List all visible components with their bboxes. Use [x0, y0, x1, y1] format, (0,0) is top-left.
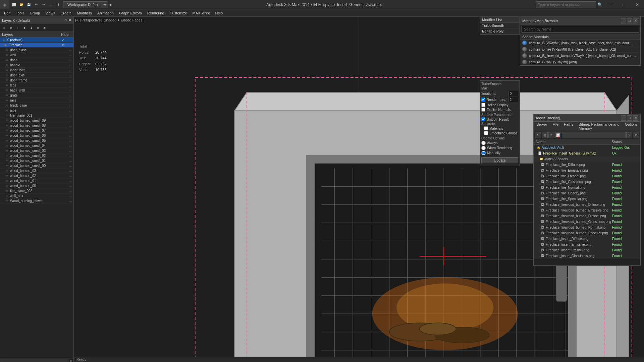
- smooth-result-checkbox[interactable]: [481, 117, 485, 121]
- layer-item[interactable]: ○ fire_plane_002 …: [0, 188, 73, 193]
- layer-tool-move-down[interactable]: ⬇: [28, 25, 34, 31]
- modifier-item[interactable]: TurboSmooth: [480, 23, 520, 28]
- layer-tool-add[interactable]: +: [15, 25, 21, 31]
- layer-list[interactable]: ⊞ 0 (default) ✓ ▶ Fireplace □ ○ door_gla…: [0, 38, 73, 359]
- materials-checkbox[interactable]: [484, 126, 488, 130]
- layer-item[interactable]: ○ Wood_burning_stove …: [0, 198, 73, 203]
- layer-item[interactable]: ○ door_glass …: [0, 48, 73, 53]
- layer-item[interactable]: ○ wood_burned_small_02 …: [0, 153, 73, 158]
- at-list-item[interactable]: 🖼 Fireplace_fire_Normal.png Found: [534, 185, 640, 190]
- asset-tracking-list[interactable]: 🔒 Autodesk Vault Logged Out 📄 Fireplace_…: [534, 145, 640, 259]
- open-icon[interactable]: 📂: [18, 1, 25, 8]
- layer-item[interactable]: ▶ Fireplace □: [0, 43, 73, 48]
- at-list-item[interactable]: 🖼 Fireplace_firewood_burned_Glossiness.p…: [534, 219, 640, 225]
- at-list-item[interactable]: 🖼 Fireplace_firewood_burned_Fresnel.png …: [534, 213, 640, 219]
- at-menu-item-options[interactable]: Options: [622, 122, 640, 131]
- at-list-item[interactable]: 🖼 Fireplace_insert_Glossiness.png Found: [534, 253, 640, 259]
- layer-item[interactable]: ○ wood_burned_00 …: [0, 183, 73, 188]
- layer-close-button[interactable]: ✕: [68, 18, 71, 22]
- smoothing-groups-checkbox[interactable]: [484, 131, 488, 135]
- close-button[interactable]: ✕: [631, 0, 644, 9]
- menu-item-edit[interactable]: Edit: [1, 9, 13, 17]
- at-menu-item-file[interactable]: File: [550, 122, 561, 131]
- at-list-item[interactable]: 🖼 Fireplace_insert_Diffuse.png Found: [534, 236, 640, 242]
- layer-help-button[interactable]: ?: [65, 18, 67, 22]
- layer-item[interactable]: ○ door …: [0, 58, 73, 63]
- info-icon[interactable]: ℹ: [55, 1, 62, 8]
- layer-item[interactable]: ○ back_wall …: [0, 88, 73, 93]
- search-icon[interactable]: 🔍: [596, 2, 604, 7]
- render-iters-input[interactable]: [508, 97, 518, 102]
- menu-item-group[interactable]: Group: [27, 9, 43, 17]
- layer-item[interactable]: ○ wood_burned_01 …: [0, 178, 73, 183]
- menu-item-create[interactable]: Create: [58, 9, 74, 17]
- layer-item[interactable]: ○ wood_burned_small_05 …: [0, 138, 73, 143]
- layer-item[interactable]: ○ grate …: [0, 93, 73, 98]
- menu-item-maxscript[interactable]: MAXScript: [190, 9, 213, 17]
- when-rendering-radio[interactable]: [481, 146, 486, 150]
- layer-tool-hide[interactable]: 👁: [42, 25, 48, 31]
- at-list-item[interactable]: 🖼 Fireplace_fire_Diffuse.png Found: [534, 162, 640, 168]
- at-list-item[interactable]: 🔒 Autodesk Vault Logged Out: [534, 145, 640, 150]
- layer-item[interactable]: ○ door_frame …: [0, 78, 73, 83]
- menu-item-customize[interactable]: Customize: [167, 9, 190, 17]
- redo-icon[interactable]: ↪: [40, 1, 47, 8]
- at-list-item[interactable]: 🖼 Fireplace_firewood_burned_Diffuse.png …: [534, 202, 640, 207]
- layer-item[interactable]: ○ legs …: [0, 83, 73, 88]
- layer-item[interactable]: ○ wood_burned_small_04 …: [0, 143, 73, 148]
- material-item[interactable]: contura_i5_fire (VRayMtl) [fire_plane_00…: [520, 46, 640, 53]
- manually-radio[interactable]: [481, 151, 486, 155]
- layer-item[interactable]: ○ wood_burned_small_00 …: [0, 163, 73, 168]
- layer-item[interactable]: ○ handle …: [0, 63, 73, 68]
- at-list-item[interactable]: 🖼 Fireplace_firewood_burned_Specular.png…: [534, 230, 640, 236]
- at-list-item[interactable]: 🖼 Fireplace_firewood_burned_Emissive.png…: [534, 207, 640, 213]
- layer-tool-layers[interactable]: ≡: [1, 25, 7, 31]
- at-grid-icon[interactable]: ⊞: [542, 132, 548, 138]
- workspace-dropdown[interactable]: Workspace: Default: [63, 1, 108, 8]
- at-menu-item-server[interactable]: Server: [534, 122, 550, 131]
- at-list-item[interactable]: 📄 Fireplace_Insert_Generic_vray.max Ok: [534, 150, 640, 156]
- layer-box-icon[interactable]: □: [62, 43, 64, 47]
- new-icon[interactable]: ⬜: [11, 1, 17, 8]
- menu-item-help[interactable]: Help: [213, 9, 226, 17]
- layer-item[interactable]: ○ fire_plane_001 …: [0, 113, 73, 118]
- iterations-input[interactable]: [508, 91, 518, 96]
- at-refresh-icon[interactable]: ↻: [535, 132, 541, 138]
- asset-tracking-maximize[interactable]: □: [627, 115, 632, 121]
- layer-item[interactable]: ○ rails …: [0, 98, 73, 103]
- at-list-item[interactable]: 🖼 Fireplace_fire_Fresnel.png Found: [534, 173, 640, 179]
- at-list-item[interactable]: 🖼 Fireplace_fire_Specular.png Found: [534, 196, 640, 202]
- layer-item[interactable]: ○ wood_burned_small_09 …: [0, 118, 73, 123]
- layer-item[interactable]: ○ wood_burned_small_07 …: [0, 128, 73, 133]
- at-list-item[interactable]: 📁 Maps / Shaders: [534, 156, 640, 162]
- layer-item[interactable]: ○ wood_burned_small_03 …: [0, 148, 73, 153]
- menu-item-graph-editors[interactable]: Graph Editors: [116, 9, 145, 17]
- render-iters-checkbox[interactable]: [481, 98, 485, 102]
- layer-item[interactable]: ○ wood_burned_small_06 …: [0, 133, 73, 138]
- layer-scroll-right[interactable]: ▶: [70, 359, 73, 362]
- menu-item-animation[interactable]: Animation: [95, 9, 116, 17]
- save-icon[interactable]: 💾: [25, 1, 32, 8]
- at-chart-icon[interactable]: 📊: [555, 132, 561, 138]
- menu-item-tools[interactable]: Tools: [13, 9, 27, 17]
- layer-tool-freeze[interactable]: ❄: [35, 25, 41, 31]
- layer-item[interactable]: ○ pipe …: [0, 108, 73, 113]
- material-item[interactable]: contura_i5_wall (VRayMtl) [wall]: [520, 59, 640, 65]
- minimize-button[interactable]: —: [604, 0, 617, 9]
- layer-tool-delete[interactable]: ✕: [8, 25, 14, 31]
- isoline-checkbox[interactable]: [481, 103, 485, 107]
- layer-tool-move-up[interactable]: ⬆: [21, 25, 28, 31]
- layer-item[interactable]: ○ door_axis …: [0, 73, 73, 78]
- material-item[interactable]: contura_i5_firewood_burned (VRayMtl) [wo…: [520, 53, 640, 59]
- at-table-icon[interactable]: ≡: [548, 132, 554, 138]
- menu-item-modifiers[interactable]: Modifiers: [74, 9, 95, 17]
- asset-tracking-minimize[interactable]: —: [621, 115, 626, 121]
- at-list-item[interactable]: 🖼 Fireplace_fire_Emissive.png Found: [534, 168, 640, 173]
- at-menu-item-bitmap-performance-and-memory[interactable]: Bitmap Performance and Memory: [576, 122, 622, 131]
- layer-item[interactable]: ○ wood_burned_02 …: [0, 173, 73, 178]
- at-settings-icon[interactable]: ⚙: [633, 132, 639, 138]
- layer-item[interactable]: ⊞ 0 (default) ✓: [0, 38, 73, 43]
- layer-item[interactable]: ○ wall_box …: [0, 193, 73, 198]
- modifier-item[interactable]: Editable Poly: [480, 28, 520, 34]
- at-list-item[interactable]: 🖼 Fireplace_fire_Opacity.png Found: [534, 190, 640, 196]
